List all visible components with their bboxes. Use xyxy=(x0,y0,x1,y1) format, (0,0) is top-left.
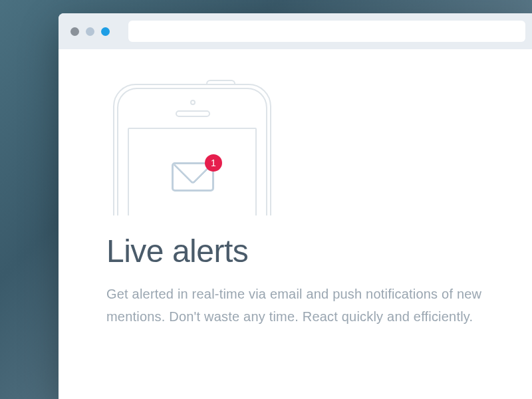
url-bar[interactable] xyxy=(128,21,525,42)
phone-volume-up-icon xyxy=(113,138,114,156)
browser-chrome xyxy=(59,13,532,49)
phone-volume-down-icon xyxy=(113,165,114,182)
page-content: 1 Live alerts Get alerted in real-time v… xyxy=(59,49,532,328)
phone-illustration: 1 xyxy=(113,76,286,215)
browser-window: 1 Live alerts Get alerted in real-time v… xyxy=(59,13,532,399)
feature-heading: Live alerts xyxy=(106,233,489,269)
phone-camera-icon xyxy=(190,100,196,105)
envelope-icon: 1 xyxy=(172,162,214,194)
notification-badge: 1 xyxy=(205,154,222,172)
window-close-button[interactable] xyxy=(70,27,79,36)
window-maximize-button[interactable] xyxy=(101,27,110,36)
feature-description: Get alerted in real-time via email and p… xyxy=(106,283,489,328)
window-minimize-button[interactable] xyxy=(86,27,94,36)
phone-speaker-icon xyxy=(176,110,210,117)
